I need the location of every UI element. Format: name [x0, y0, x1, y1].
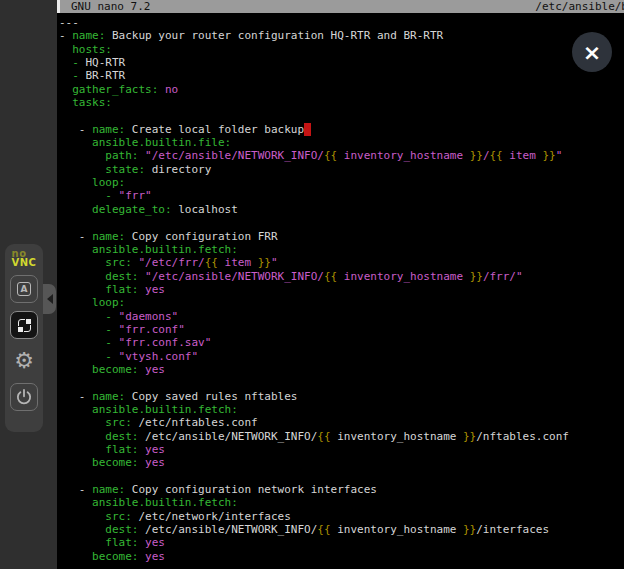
code-line: flat: yes [59, 536, 624, 549]
code-line: - name: Backup your router configuration… [59, 29, 624, 42]
code-line: ansible.builtin.fetch: [59, 243, 624, 256]
code-line: - BR-RTR [59, 69, 624, 82]
code-line: - "vtysh.conf" [59, 350, 624, 363]
close-icon: × [583, 40, 601, 65]
code-line: loop: [59, 176, 624, 189]
code-line [59, 109, 624, 122]
code-line: become: yes [59, 363, 624, 376]
code-line: hosts: [59, 43, 624, 56]
code-line: dest: "/etc/ansible/NETWORK_INFO/{{ inve… [59, 270, 624, 283]
code-line: ansible.builtin.fetch: [59, 403, 624, 416]
code-line: become: yes [59, 456, 624, 469]
code-line: src: /etc/nftables.conf [59, 416, 624, 429]
chevron-left-icon [47, 294, 53, 304]
gear-icon: ⚙ [14, 350, 34, 372]
code-line: - "frr.conf.sav" [59, 336, 624, 349]
code-line: path: "/etc/ansible/NETWORK_INFO/{{ inve… [59, 149, 624, 162]
code-line: - name: Copy saved rules nftables [59, 390, 624, 403]
power-button[interactable] [10, 383, 38, 411]
code-line [59, 216, 624, 229]
code-line: loop: [59, 296, 624, 309]
titlebar-notch [57, 0, 60, 13]
code-area[interactable]: ---- name: Backup your router configurat… [57, 14, 624, 569]
vnc-control-panel: no VNC A ⚙ [5, 244, 43, 432]
novnc-logo-vnc: VNC [12, 258, 37, 267]
code-line: state: directory [59, 163, 624, 176]
nano-titlebar: GNU nano 7.2 /etc/ansible/b [57, 0, 624, 13]
extra-keys-button[interactable]: A [10, 275, 38, 303]
code-line: - name: Create local folder backup [59, 123, 624, 136]
fullscreen-icon [18, 319, 31, 332]
code-line: flat: yes [59, 283, 624, 296]
code-line: - "frr" [59, 189, 624, 202]
code-line: - "frr.conf" [59, 323, 624, 336]
code-line: --- [59, 16, 624, 29]
code-line: src: /etc/network/interfaces [59, 510, 624, 523]
code-line [59, 376, 624, 389]
code-line: - HQ-RTR [59, 56, 624, 69]
fullscreen-button[interactable] [10, 311, 38, 339]
terminal-window[interactable]: GNU nano 7.2 /etc/ansible/b ---- name: B… [57, 0, 624, 569]
code-line: ansible.builtin.file: [59, 136, 624, 149]
keyboard-a-icon: A [17, 282, 31, 296]
code-line: tasks: [59, 96, 624, 109]
novnc-logo: no VNC [12, 249, 37, 267]
code-line: src: "/etc/frr/{{ item }}" [59, 256, 624, 269]
settings-button[interactable]: ⚙ [10, 347, 38, 375]
code-line: delegate_to: localhost [59, 203, 624, 216]
close-button[interactable]: × [572, 32, 612, 72]
code-line: gather_facts: no [59, 83, 624, 96]
code-line: ansible.builtin.fetch: [59, 496, 624, 509]
nano-version-title: GNU nano 7.2 [71, 0, 150, 13]
code-line: flat: yes [59, 443, 624, 456]
code-line: - name: Copy configuration network inter… [59, 483, 624, 496]
vnc-panel-collapse-handle[interactable] [43, 284, 56, 314]
code-line: dest: /etc/ansible/NETWORK_INFO/{{ inven… [59, 523, 624, 536]
power-icon [15, 388, 33, 406]
nano-file-path: /etc/ansible/b [535, 0, 624, 13]
code-line: - "daemons" [59, 310, 624, 323]
code-line: - name: Copy configuration FRR [59, 230, 624, 243]
code-line: dest: /etc/ansible/NETWORK_INFO/{{ inven… [59, 430, 624, 443]
code-line: become: yes [59, 550, 624, 563]
code-line [59, 470, 624, 483]
